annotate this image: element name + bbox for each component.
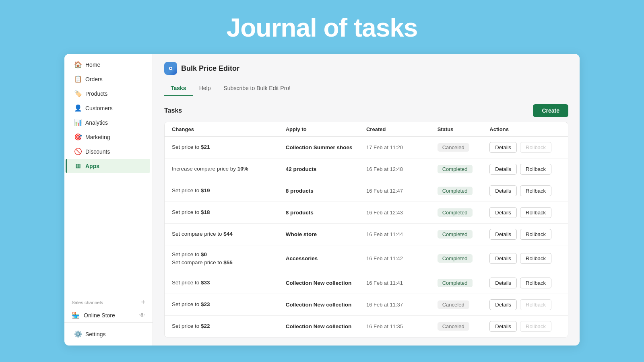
- rollback-button[interactable]: Rollback: [520, 229, 551, 240]
- sidebar-item-label-home: Home: [85, 62, 100, 68]
- discounts-icon: 🚫: [74, 148, 81, 155]
- tab-help[interactable]: Help: [193, 81, 217, 96]
- store-icon: 🏪: [72, 311, 80, 319]
- cell-apply-6: Collection New collection: [286, 280, 366, 286]
- cell-status-7: Canceled: [438, 300, 490, 309]
- sidebar-item-analytics[interactable]: 📊Analytics: [67, 115, 150, 130]
- main-content: Bulk Price Editor TasksHelpSubscribe to …: [153, 54, 580, 346]
- rollback-button[interactable]: Rollback: [520, 185, 551, 196]
- table-row: Set price to $198 products16 Feb at 12:4…: [165, 180, 568, 202]
- table-header-changes: Changes: [172, 126, 286, 132]
- table-row: Set price to $23Collection New collectio…: [165, 294, 568, 316]
- rollback-button[interactable]: Rollback: [520, 164, 551, 175]
- rollback-button[interactable]: Rollback: [520, 253, 551, 264]
- table-row: Set price to $33Collection New collectio…: [165, 272, 568, 294]
- sidebar-item-label-orders: Orders: [85, 76, 103, 82]
- rollback-button[interactable]: Rollback: [520, 207, 551, 218]
- details-button[interactable]: Details: [489, 253, 517, 264]
- sidebar-item-discounts[interactable]: 🚫Discounts: [67, 144, 150, 158]
- status-badge: Canceled: [438, 143, 469, 152]
- tasks-header: Tasks Create: [164, 104, 568, 117]
- details-button[interactable]: Details: [489, 185, 517, 196]
- cell-created-4: 16 Feb at 11:44: [366, 231, 438, 237]
- cell-apply-1: 42 products: [286, 166, 366, 172]
- details-button[interactable]: Details: [489, 164, 517, 175]
- sidebar-item-apps[interactable]: ⊞Apps: [66, 159, 150, 173]
- cell-actions-6: DetailsRollback: [489, 278, 561, 288]
- settings-icon: ⚙️: [74, 330, 81, 338]
- online-store-label: Online Store: [84, 312, 115, 319]
- cell-created-2: 16 Feb at 12:47: [366, 188, 438, 194]
- sidebar-item-orders[interactable]: 📋Orders: [67, 72, 150, 86]
- table-row: Set price to $188 products16 Feb at 12:4…: [165, 202, 568, 224]
- table-row: Set compare price to $44Whole store16 Fe…: [165, 224, 568, 245]
- status-badge: Canceled: [438, 300, 469, 309]
- cell-change-1: Increase compare price by 10%: [172, 165, 286, 173]
- cell-status-5: Completed: [438, 254, 490, 263]
- table-row: Set price to $22Collection New collectio…: [165, 316, 568, 337]
- sidebar-item-customers[interactable]: 👤Customers: [67, 101, 150, 115]
- cell-created-3: 16 Feb at 12:43: [366, 210, 438, 216]
- eye-icon[interactable]: 👁: [139, 312, 145, 319]
- marketing-icon: 🎯: [74, 133, 81, 141]
- rollback-button: Rollback: [520, 321, 551, 332]
- rollback-button: Rollback: [520, 142, 551, 153]
- status-badge: Completed: [438, 187, 473, 195]
- create-button[interactable]: Create: [533, 104, 568, 117]
- cell-change-6: Set price to $33: [172, 279, 286, 287]
- details-button[interactable]: Details: [489, 321, 517, 332]
- cell-created-6: 16 Feb at 11:41: [366, 280, 438, 286]
- cell-actions-3: DetailsRollback: [489, 207, 561, 218]
- table-row: Increase compare price by 10%42 products…: [165, 158, 568, 180]
- table-row: Set price to $0Set compare price to $55A…: [165, 245, 568, 273]
- details-button[interactable]: Details: [489, 299, 517, 310]
- table-header: ChangesApply toCreatedStatusActions: [165, 122, 568, 137]
- cell-status-6: Completed: [438, 279, 490, 287]
- cell-apply-2: 8 products: [286, 188, 366, 194]
- status-badge: Completed: [438, 254, 473, 263]
- tab-tasks[interactable]: Tasks: [164, 81, 193, 96]
- app-icon: [164, 62, 177, 75]
- sidebar-item-marketing[interactable]: 🎯Marketing: [67, 130, 150, 144]
- cell-actions-4: DetailsRollback: [489, 229, 561, 240]
- sidebar-item-settings[interactable]: ⚙️ Settings: [67, 327, 150, 341]
- status-badge: Canceled: [438, 322, 469, 331]
- sidebar-item-online-store[interactable]: 🏪 Online Store 👁: [64, 308, 153, 322]
- details-button[interactable]: Details: [489, 278, 517, 288]
- cell-change-3: Set price to $18: [172, 208, 286, 216]
- sales-channels-label: Sales channels: [72, 300, 103, 305]
- cell-change-8: Set price to $22: [172, 322, 286, 330]
- tab-subscribe[interactable]: Subscribe to Bulk Edit Pro!: [217, 81, 297, 96]
- sidebar-item-products[interactable]: 🏷️Products: [67, 86, 150, 101]
- cell-apply-8: Collection New collection: [286, 323, 366, 329]
- table-header-status: Status: [438, 126, 490, 132]
- sidebar: 🏠Home📋Orders🏷️Products👤Customers📊Analyti…: [64, 54, 153, 346]
- app-container: 🏠Home📋Orders🏷️Products👤Customers📊Analyti…: [64, 54, 580, 346]
- details-button[interactable]: Details: [489, 229, 517, 240]
- cell-created-7: 16 Feb at 11:37: [366, 302, 438, 308]
- rollback-button[interactable]: Rollback: [520, 278, 551, 288]
- cell-change-2: Set price to $19: [172, 187, 286, 195]
- cell-created-1: 16 Feb at 12:48: [366, 166, 438, 172]
- tasks-table: ChangesApply toCreatedStatusActions Set …: [164, 122, 568, 338]
- app-header: Bulk Price Editor: [164, 62, 568, 75]
- add-sales-channel-button[interactable]: +: [141, 298, 145, 306]
- sidebar-item-home[interactable]: 🏠Home: [67, 58, 150, 72]
- table-header-actions: Actions: [489, 126, 561, 132]
- sidebar-bottom: ⚙️ Settings: [64, 322, 153, 346]
- details-button[interactable]: Details: [489, 207, 517, 218]
- sidebar-item-label-apps: Apps: [85, 163, 99, 169]
- cell-status-2: Completed: [438, 187, 490, 195]
- cell-actions-2: DetailsRollback: [489, 185, 561, 196]
- details-button[interactable]: Details: [489, 142, 517, 153]
- cell-actions-8: DetailsRollback: [489, 321, 561, 332]
- cell-status-8: Canceled: [438, 322, 490, 331]
- sales-channels-section: Sales channels +: [64, 292, 153, 308]
- cell-change-0: Set price to $21: [172, 143, 286, 151]
- products-icon: 🏷️: [74, 90, 81, 97]
- cell-change-4: Set compare price to $44: [172, 230, 286, 238]
- customers-icon: 👤: [74, 104, 81, 112]
- app-name: Bulk Price Editor: [181, 64, 239, 73]
- apps-icon: ⊞: [74, 162, 81, 170]
- settings-label: Settings: [85, 331, 106, 337]
